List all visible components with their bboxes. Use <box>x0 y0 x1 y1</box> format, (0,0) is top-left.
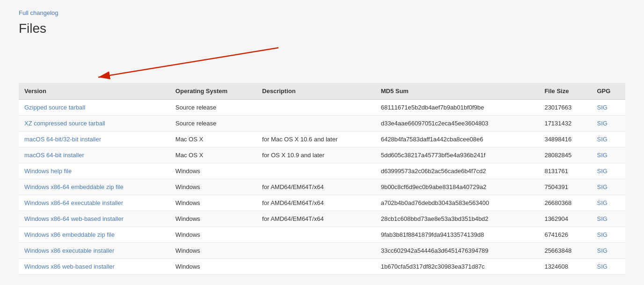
version-cell[interactable]: Gzipped source tarball <box>19 100 170 116</box>
table-row: Windows x86-64 executable installerWindo… <box>19 195 625 211</box>
filesize-cell: 1362904 <box>539 211 591 227</box>
filesize-cell: 1324608 <box>539 259 591 275</box>
version-link[interactable]: macOS 64-bit installer <box>24 152 84 159</box>
col-header-size: File Size <box>539 83 591 100</box>
gpg-cell[interactable]: SIG <box>592 132 626 147</box>
description-cell <box>256 163 375 179</box>
table-header-row: Version Operating System Description MD5… <box>19 83 625 100</box>
version-link[interactable]: Windows help file <box>24 168 72 175</box>
version-cell[interactable]: Windows x86-64 web-based installer <box>19 211 170 227</box>
gpg-cell[interactable]: SIG <box>592 195 626 211</box>
table-row: Windows x86 web-based installerWindows1b… <box>19 259 625 275</box>
gpg-cell[interactable]: SIG <box>592 227 626 243</box>
col-header-description: Description <box>256 83 375 100</box>
table-row: Windows help fileWindowsd63999573a2c06b2… <box>19 163 625 179</box>
col-header-gpg: GPG <box>592 83 626 100</box>
description-cell: for AMD64/EM64T/x64 <box>256 179 375 195</box>
files-table: Version Operating System Description MD5… <box>19 83 625 275</box>
filesize-cell: 34898416 <box>539 132 591 147</box>
version-link[interactable]: macOS 64-bit/32-bit installer <box>24 136 101 143</box>
description-cell <box>256 259 375 275</box>
gpg-cell[interactable]: SIG <box>592 100 626 116</box>
os-cell: Windows <box>170 243 256 259</box>
os-cell: Mac OS X <box>170 147 256 163</box>
col-header-version: Version <box>19 83 170 100</box>
md5-cell: 68111671e5b2db4aef7b9ab01bf0f9be <box>375 100 539 116</box>
sig-link[interactable]: SIG <box>597 152 607 159</box>
sig-link[interactable]: SIG <box>597 136 607 143</box>
filesize-cell: 28082845 <box>539 147 591 163</box>
sig-link[interactable]: SIG <box>597 263 607 270</box>
version-cell[interactable]: macOS 64-bit/32-bit installer <box>19 132 170 147</box>
sig-link[interactable]: SIG <box>597 231 607 238</box>
full-changelog-link[interactable]: Full changelog <box>19 9 625 16</box>
description-cell: for Mac OS X 10.6 and later <box>256 132 375 147</box>
md5-cell: 1b670cfa5d317df82c30983ea371d87c <box>375 259 539 275</box>
arrow-annotation <box>19 45 625 83</box>
gpg-cell[interactable]: SIG <box>592 147 626 163</box>
md5-cell: 6428b4fa7583daff1a442cba8cee08e6 <box>375 132 539 147</box>
table-row: Gzipped source tarballSource release6811… <box>19 100 625 116</box>
col-header-md5: MD5 Sum <box>375 83 539 100</box>
os-cell: Source release <box>170 100 256 116</box>
filesize-cell: 25663848 <box>539 243 591 259</box>
os-cell: Windows <box>170 259 256 275</box>
table-row: Windows x86-64 embeddable zip fileWindow… <box>19 179 625 195</box>
sig-link[interactable]: SIG <box>597 199 607 206</box>
filesize-cell: 7504391 <box>539 179 591 195</box>
filesize-cell: 6741626 <box>539 227 591 243</box>
version-link[interactable]: Windows x86-64 embeddable zip file <box>24 183 124 190</box>
os-cell: Mac OS X <box>170 132 256 147</box>
table-row: Windows x86 executable installerWindows3… <box>19 243 625 259</box>
description-cell: for OS X 10.9 and later <box>256 147 375 163</box>
gpg-cell[interactable]: SIG <box>592 243 626 259</box>
table-row: macOS 64-bit/32-bit installerMac OS Xfor… <box>19 132 625 147</box>
version-cell[interactable]: Windows help file <box>19 163 170 179</box>
os-cell: Windows <box>170 227 256 243</box>
version-cell[interactable]: Windows x86 executable installer <box>19 243 170 259</box>
gpg-cell[interactable]: SIG <box>592 259 626 275</box>
version-cell[interactable]: XZ compressed source tarball <box>19 116 170 132</box>
version-link[interactable]: Gzipped source tarball <box>24 104 85 111</box>
gpg-cell[interactable]: SIG <box>592 116 626 132</box>
table-row: macOS 64-bit installerMac OS Xfor OS X 1… <box>19 147 625 163</box>
gpg-cell[interactable]: SIG <box>592 211 626 227</box>
version-link[interactable]: XZ compressed source tarball <box>24 120 105 127</box>
version-cell[interactable]: Windows x86-64 executable installer <box>19 195 170 211</box>
version-cell[interactable]: Windows x86 embeddable zip file <box>19 227 170 243</box>
sig-link[interactable]: SIG <box>597 168 607 175</box>
table-row: Windows x86-64 web-based installerWindow… <box>19 211 625 227</box>
sig-link[interactable]: SIG <box>597 247 607 254</box>
description-cell <box>256 243 375 259</box>
filesize-cell: 26680368 <box>539 195 591 211</box>
os-cell: Windows <box>170 179 256 195</box>
md5-cell: 9fab3b81f8841879fda94133574139d8 <box>375 227 539 243</box>
sig-link[interactable]: SIG <box>597 183 607 190</box>
version-link[interactable]: Windows x86 web-based installer <box>24 263 115 270</box>
md5-cell: 33cc602942a54446a3d6451476394789 <box>375 243 539 259</box>
version-link[interactable]: Windows x86-64 executable installer <box>24 199 123 206</box>
version-cell[interactable]: Windows x86-64 embeddable zip file <box>19 179 170 195</box>
description-cell <box>256 116 375 132</box>
version-link[interactable]: Windows x86-64 web-based installer <box>24 215 124 222</box>
version-cell[interactable]: Windows x86 web-based installer <box>19 259 170 275</box>
sig-link[interactable]: SIG <box>597 104 607 111</box>
col-header-os: Operating System <box>170 83 256 100</box>
os-cell: Source release <box>170 116 256 132</box>
version-link[interactable]: Windows x86 executable installer <box>24 247 114 254</box>
version-link[interactable]: Windows x86 embeddable zip file <box>24 231 115 238</box>
sig-link[interactable]: SIG <box>597 215 607 222</box>
version-cell[interactable]: macOS 64-bit installer <box>19 147 170 163</box>
gpg-cell[interactable]: SIG <box>592 163 626 179</box>
svg-line-1 <box>98 48 278 77</box>
sig-link[interactable]: SIG <box>597 120 607 127</box>
md5-cell: d33e4aae66097051c2eca45ee3604803 <box>375 116 539 132</box>
md5-cell: d63999573a2c06b2ac56cade6b4f7cd2 <box>375 163 539 179</box>
filesize-cell: 8131761 <box>539 163 591 179</box>
os-cell: Windows <box>170 195 256 211</box>
description-cell: for AMD64/EM64T/x64 <box>256 195 375 211</box>
description-cell <box>256 100 375 116</box>
gpg-cell[interactable]: SIG <box>592 179 626 195</box>
table-row: XZ compressed source tarballSource relea… <box>19 116 625 132</box>
md5-cell: a702b4b0ad76debdb3043a583e563400 <box>375 195 539 211</box>
